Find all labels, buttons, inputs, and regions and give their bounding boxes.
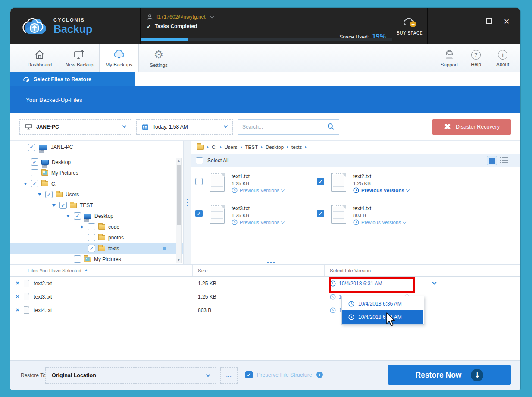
version-option-selected[interactable]: 10/4/2018 6:31 AM (342, 310, 423, 324)
vertical-splitter[interactable] (183, 141, 191, 264)
brand: CYCLONIS Backup (10, 8, 140, 44)
file-checkbox[interactable] (317, 178, 324, 185)
scroll-down-icon[interactable]: ▼ (176, 257, 181, 263)
file-checkbox[interactable] (195, 178, 203, 185)
checkbox[interactable] (31, 169, 38, 176)
select-all-checkbox[interactable] (196, 157, 203, 164)
tree-item[interactable]: Users (10, 189, 183, 200)
text-file-icon[interactable] (331, 173, 346, 192)
account-row[interactable]: f1717602@nwytg.net (147, 12, 392, 22)
chevron-down-icon[interactable] (432, 280, 436, 285)
column-header-name[interactable]: Files You Have Selected (10, 265, 193, 276)
scroll-up-icon[interactable]: ▲ (176, 158, 181, 164)
maximize-button[interactable] (486, 18, 492, 24)
restore-now-button[interactable]: Restore Now ↓ (388, 365, 511, 385)
preserve-structure-checkbox[interactable] (245, 371, 253, 378)
chevron-down-icon[interactable] (224, 124, 228, 128)
tab-settings[interactable]: ⚙ Settings (139, 44, 178, 72)
scrollbar-thumb[interactable] (177, 165, 181, 225)
minimize-button[interactable] (469, 18, 475, 22)
tab-dashboard[interactable]: Dashboard (20, 44, 59, 72)
text-file-icon[interactable] (210, 173, 225, 192)
version-select[interactable]: 10/4/2018 6:31 AM (325, 280, 520, 287)
info-icon[interactable]: i (316, 372, 323, 378)
checkbox[interactable] (28, 144, 35, 151)
expand-arrow-icon[interactable] (24, 183, 27, 185)
disaster-recovery-button[interactable]: Disaster Recovery (432, 119, 511, 135)
breadcrumb-separator-icon (261, 146, 263, 148)
row-file-size: 803 B (193, 307, 325, 313)
breadcrumb-segment[interactable]: texts (291, 145, 302, 150)
tree-item[interactable]: Desktop (10, 211, 183, 221)
breadcrumb-segment[interactable]: Desktop (266, 145, 284, 150)
chevron-down-icon[interactable] (206, 372, 210, 377)
tab-my-backups[interactable]: My Backups (99, 44, 139, 72)
previous-versions-link[interactable]: Previous Versions (353, 219, 406, 225)
grid-view-button[interactable] (487, 156, 497, 165)
list-view-button[interactable] (500, 157, 508, 164)
checkbox[interactable] (45, 191, 53, 198)
expand-arrow-icon[interactable] (52, 204, 56, 207)
help-button[interactable]: ? Help (463, 44, 489, 72)
restore-to-select[interactable]: Original Location (45, 367, 216, 384)
text-file-icon[interactable] (331, 205, 346, 224)
remove-file-icon[interactable]: ✕ (16, 280, 19, 286)
tree-item-selected[interactable]: texts (10, 243, 183, 254)
checkbox[interactable] (88, 223, 95, 230)
chevron-down-icon (281, 220, 285, 223)
tree-item[interactable]: code (10, 221, 183, 232)
breadcrumb-segment[interactable]: C: (212, 145, 217, 150)
tree-item[interactable]: My Pictures (10, 167, 183, 178)
text-file-icon[interactable] (210, 205, 225, 224)
tab-select-files-to-restore[interactable]: Select Files to Restore (10, 72, 135, 86)
file-checkbox[interactable] (195, 210, 203, 217)
files-panel: C: Users TEST Desktop texts Select All (191, 141, 520, 264)
collapse-arrow-icon[interactable] (81, 225, 84, 229)
column-header-version[interactable]: Select File Version (325, 265, 520, 276)
tree-root-row[interactable]: JANE-PC (10, 141, 183, 154)
tree-item[interactable]: My Pictures (10, 254, 183, 264)
check-icon: ✓ (147, 23, 151, 30)
checkbox[interactable] (31, 180, 38, 187)
tree-scrollbar[interactable]: ▲ ▼ (176, 158, 182, 263)
expand-arrow-icon[interactable] (38, 193, 41, 196)
account-email[interactable]: f1717602@nwytg.net (156, 14, 206, 20)
version-option[interactable]: 10/4/2018 6:36 AM (342, 297, 423, 310)
close-button[interactable]: ✕ (503, 18, 510, 25)
tree-item[interactable]: photos (10, 232, 183, 243)
checkbox[interactable] (59, 202, 67, 209)
status-dot (163, 247, 166, 250)
expand-arrow-icon[interactable] (66, 215, 70, 217)
horizontal-splitter[interactable] (267, 262, 275, 263)
support-button[interactable]: Support (436, 44, 463, 72)
device-select[interactable]: JANE-PC (19, 119, 131, 135)
column-header-size[interactable]: Size (193, 265, 325, 276)
previous-versions-link[interactable]: Previous Versions (232, 187, 284, 193)
checkbox[interactable] (74, 212, 81, 220)
previous-versions-link[interactable]: Previous Versions (232, 219, 284, 225)
browse-button[interactable]: ... (220, 367, 238, 384)
date-select[interactable]: Today, 1:58 AM (136, 119, 233, 135)
chevron-down-icon[interactable] (210, 14, 213, 18)
checkbox[interactable] (88, 234, 95, 241)
remove-file-icon[interactable]: ✕ (16, 307, 19, 313)
row-file-name: text4.txt (34, 307, 52, 313)
tree-item[interactable]: C: (10, 178, 183, 189)
search-icon[interactable] (327, 123, 335, 130)
chevron-down-icon[interactable] (122, 124, 127, 128)
table-row: ✕ text2.txt 1.25 KB 10/4/2018 6:31 AM (10, 277, 520, 290)
about-button[interactable]: i About (489, 44, 516, 72)
checkbox[interactable] (74, 255, 81, 263)
tab-new-backup[interactable]: New Backup (59, 44, 99, 72)
checkbox[interactable] (88, 245, 95, 252)
checkbox[interactable] (31, 158, 38, 166)
search-input[interactable] (242, 124, 324, 130)
tree-item[interactable]: Desktop (10, 157, 183, 167)
buy-space-button[interactable]: BUY SPACE (392, 8, 428, 44)
breadcrumb-segment[interactable]: Users (225, 145, 238, 150)
remove-file-icon[interactable]: ✕ (16, 294, 19, 299)
file-checkbox[interactable] (317, 210, 324, 217)
previous-versions-link[interactable]: Previous Versions (353, 187, 409, 193)
tree-item[interactable]: TEST (10, 200, 183, 211)
breadcrumb-segment[interactable]: TEST (245, 145, 258, 150)
